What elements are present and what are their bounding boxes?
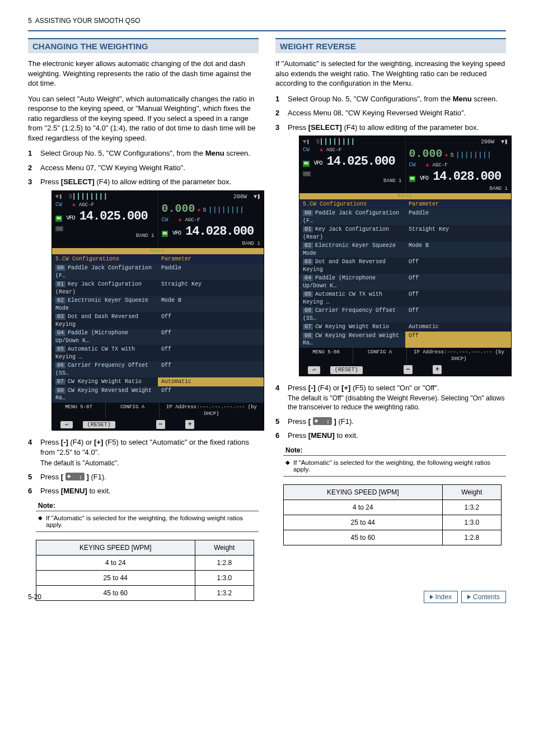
text: Press [40, 438, 61, 446]
left-step-5: Press [ ] (F1). [28, 472, 259, 482]
fig-param-row: 06Carrier Frequency Offset (SS…Off [52, 361, 264, 377]
fig-param-row: 02Electronic Keyer Squeeze ModeMode B [52, 296, 264, 312]
text: (F4) or [68, 438, 94, 446]
fig-param-row: 00Paddle Jack Configuration (F…Paddle [52, 264, 264, 280]
zero-freq: 0.000 [162, 201, 195, 216]
diamond-icon: ◆ [38, 515, 43, 528]
substep: The default is "Automatic". [40, 459, 259, 468]
back-icon: ↩ [60, 421, 73, 429]
fig-rows-right: 00Paddle Jack Configuration (F…Paddle01K… [299, 209, 511, 348]
text: (F5) to select "On" or "Off". [350, 384, 439, 392]
minus-btn: − [404, 365, 413, 374]
fig-param-row: 06Carrier Frequency Offset (SS…Off [299, 306, 511, 323]
chapter-title: ASSISTING YOUR SMOOTH QSO [35, 17, 140, 25]
bold: [+] [94, 438, 103, 446]
fig-param-row: 08CW Keying Reversed Weight Ra…Off [299, 332, 511, 348]
right-step-3: Press [SELECT] (F4) to allow editing of … [275, 123, 506, 376]
band-right: BAND 1 [409, 185, 508, 192]
menu-idx: MENU 5-07 [52, 403, 106, 418]
config: CONFIG A [353, 348, 407, 363]
text: Press [40, 178, 61, 186]
fig-param-row: 08CW Keying Reversed Weight Ra…Off [52, 386, 264, 403]
substep: The default is "Off" (disabling the Weig… [288, 394, 506, 412]
text: screen. [472, 95, 498, 103]
plus-btn: + [433, 365, 442, 374]
freq-right: 14.028.000 [433, 169, 501, 185]
fig-rows-left: 00Paddle Jack Configuration (F…Paddle01K… [52, 264, 264, 403]
left-step-1: Select Group No. 5, "CW Configurations",… [28, 148, 259, 158]
left-step-2: Access Menu 07, "CW Keying Weight Ratio"… [28, 163, 259, 173]
bold: Menu [453, 95, 472, 103]
band-right: BAND 1 [162, 240, 261, 247]
fig-param-row: 01Key Jack Configuration (Rear)Straight … [52, 280, 264, 296]
text: Press [40, 473, 61, 481]
text: Select Group No. 5, "CW Configurations",… [288, 95, 453, 103]
text: (F1). [336, 417, 354, 426]
fig-param-row: 03Dot and Dash Reversed KeyingOff [299, 258, 511, 274]
text: (F4) to allow editing of the parameter b… [95, 178, 231, 186]
page-number: 5-20 [28, 593, 41, 601]
watt-label: 200W [233, 194, 247, 200]
th-weight: Weight [195, 540, 254, 555]
cw-label: CW [55, 202, 62, 208]
fig-param-row: 05Automatic CW TX with Keying …Off [52, 345, 264, 361]
agc-label: AGC-F [326, 147, 341, 153]
freq-right: 14.028.000 [185, 223, 254, 240]
tx-badge: TX [303, 171, 311, 176]
text: Select Group No. 5, "CW Configurations",… [40, 149, 205, 157]
reset-label: (RESET) [83, 421, 115, 429]
fig-param-row: 04Paddle (Microphone Up/Down K…Off [52, 329, 264, 345]
text: Press [288, 123, 308, 132]
right-weight-table: KEYING SPEED [WPM]Weight 4 to 241:3.2 25… [283, 484, 502, 545]
param-header: Parameter [405, 199, 511, 209]
text: to exit. [335, 431, 358, 440]
back-key-icon [65, 473, 85, 480]
cell: 1:2.8 [195, 555, 254, 570]
contents-button[interactable]: Contents [461, 591, 506, 603]
tx-badge: TX [55, 226, 63, 231]
right-step-6: Press [MENU] to exit. [275, 431, 506, 441]
right-step-4: Press [-] (F4) or [+] (F5) to select "On… [275, 383, 506, 412]
text: screen. [224, 149, 250, 157]
agc-label2: AGC-F [185, 217, 200, 223]
right-figure: ▼❚ S┃┃┃┃┃┃┃┃ CW ▲ AGC-F RXVFO14.025.000 … [299, 136, 512, 376]
group-header: 5.CW Configurations [52, 254, 158, 264]
left-step-3: Press [SELECT] (F4) to allow editing of … [28, 177, 259, 431]
th-speed: KEYING SPEED [WPM] [284, 484, 443, 500]
rx-badge: RX [55, 216, 62, 222]
cw-label2: CW [409, 162, 416, 168]
bold: [MENU] [61, 487, 87, 495]
cell: 1:3.0 [195, 570, 254, 585]
ip-status: IP Address:---.---.---.--- (by DHCP) [407, 348, 511, 363]
rx-badge2: RX [409, 176, 416, 182]
index-button[interactable]: Index [424, 591, 458, 603]
triangle-icon [467, 595, 471, 599]
text: (F1). [89, 473, 106, 481]
bold: [ [308, 417, 311, 426]
text: Press [288, 431, 308, 440]
left-figure: ▼❚ S┃┃┃┃┃┃┃┃ CW ▲ AGC-F RXVFO14.025.000 … [51, 190, 264, 431]
note-header-right: Note: [283, 445, 506, 456]
left-step-4: Press [-] (F4) or [+] (F5) to select "Au… [28, 437, 259, 467]
minus-btn: − [156, 420, 165, 429]
band-left: BAND 1 [303, 178, 402, 184]
right-paragraph-1: If "Automatic" is selected for the weigh… [275, 59, 506, 88]
th-speed: KEYING SPEED [WPM] [36, 540, 195, 555]
fig-param-row: 04Paddle (Microphone Up/Down K…Off [299, 274, 511, 290]
band-left: BAND 1 [55, 232, 154, 239]
fig-param-row: 01Key Jack Configuration (Rear)Straight … [299, 225, 511, 241]
menu-strip: Menu [52, 248, 264, 254]
page-footer: 5-20 Index Contents [28, 591, 506, 603]
bold: [ [61, 473, 63, 481]
ip-status: IP Address:---.---.---.--- (by DHCP) [160, 403, 264, 418]
triangle-icon [430, 595, 433, 599]
text: to exit. [87, 487, 111, 495]
cell: 25 to 44 [36, 570, 195, 585]
text: Press [288, 384, 308, 392]
back-key-icon [313, 417, 332, 425]
cw-label2: CW [162, 217, 168, 223]
bold: [SELECT] [308, 123, 342, 132]
fig-param-row: 03Dot and Dash Reversed KeyingOff [52, 312, 264, 329]
right-step-1: Select Group No. 5, "CW Configurations",… [275, 94, 506, 104]
note-header-left: Note: [36, 501, 259, 511]
